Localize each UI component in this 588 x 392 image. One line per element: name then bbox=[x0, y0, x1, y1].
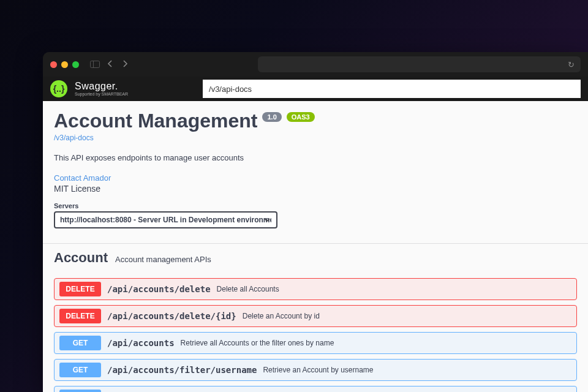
operation-summary: Retrieve all Accounts or the filter ones… bbox=[181, 339, 334, 347]
operation-summary: Delete an Account by id bbox=[243, 312, 320, 320]
swagger-brand: Swagger. Supported by SMARTBEAR bbox=[75, 81, 128, 96]
operation-row[interactable]: GET/api/accounts/filter/usernameRetrieve… bbox=[54, 359, 577, 381]
info-section: Account Management 1.0 OAS3 /v3/api-docs… bbox=[43, 101, 588, 235]
operation-path: /api/accounts/delete bbox=[107, 284, 211, 294]
swagger-body: Account Management 1.0 OAS3 /v3/api-docs… bbox=[43, 101, 588, 392]
sidebar-toggle-icon[interactable] bbox=[90, 61, 100, 68]
server-select[interactable]: http://localhost:8080 - Server URL in De… bbox=[54, 211, 277, 228]
method-badge: GET bbox=[59, 363, 101, 377]
tag-name: Account bbox=[54, 250, 108, 266]
contact-link[interactable]: Contact Amador bbox=[54, 173, 577, 183]
api-title: Account Management bbox=[54, 110, 257, 132]
tag-description: Account management APIs bbox=[115, 255, 211, 264]
api-title-row: Account Management 1.0 OAS3 bbox=[54, 110, 577, 132]
operation-path: /api/accounts/delete/{id} bbox=[107, 311, 236, 321]
operation-row[interactable]: DELETE/api/accounts/deleteDelete all Acc… bbox=[54, 278, 577, 300]
maximize-window-button[interactable] bbox=[72, 61, 79, 68]
operation-row[interactable]: DELETE/api/accounts/delete/{id}Delete an… bbox=[54, 305, 577, 327]
oas-badge: OAS3 bbox=[287, 112, 315, 122]
refresh-icon[interactable]: ↻ bbox=[568, 60, 575, 69]
swagger-logo-icon: {..} bbox=[50, 80, 67, 97]
browser-titlebar: ↻ bbox=[43, 52, 588, 77]
operations-list: DELETE/api/accounts/deleteDelete all Acc… bbox=[43, 278, 588, 392]
method-badge: DELETE bbox=[59, 282, 101, 296]
api-url-input[interactable] bbox=[203, 80, 581, 98]
operation-summary: Delete all Accounts bbox=[217, 285, 279, 293]
method-badge: GET bbox=[59, 336, 101, 350]
swagger-brand-sub: Supported by SMARTBEAR bbox=[75, 92, 128, 96]
minimize-window-button[interactable] bbox=[61, 61, 68, 68]
browser-window: ↻ {..} Swagger. Supported by SMARTBEAR A… bbox=[43, 52, 588, 392]
back-button[interactable] bbox=[105, 58, 115, 70]
servers-label: Servers bbox=[54, 202, 577, 209]
tag-section[interactable]: Account Account management APIs bbox=[43, 243, 588, 274]
api-docs-link[interactable]: /v3/api-docs bbox=[54, 134, 577, 142]
method-badge: DELETE bbox=[59, 309, 101, 323]
operation-path: /api/accounts bbox=[107, 338, 175, 348]
operation-path: /api/accounts/filter/username bbox=[107, 365, 257, 375]
operation-summary: Retrieve an Account by username bbox=[263, 366, 373, 374]
method-badge: GET bbox=[59, 390, 101, 392]
api-description: This API exposes endpoints to manage use… bbox=[54, 153, 577, 162]
license-text: MIT License bbox=[54, 184, 577, 194]
close-window-button[interactable] bbox=[50, 61, 57, 68]
swagger-header: {..} Swagger. Supported by SMARTBEAR bbox=[43, 77, 588, 101]
forward-button[interactable] bbox=[120, 58, 130, 70]
url-bar[interactable]: ↻ bbox=[258, 56, 581, 72]
traffic-lights bbox=[50, 61, 79, 68]
operation-row[interactable]: GET/api/accountsRetrieve all Accounts or… bbox=[54, 332, 577, 354]
operation-row[interactable]: GET/api/accounts/filter/idRetrieve an Ac… bbox=[54, 386, 577, 392]
swagger-brand-title: Swagger. bbox=[75, 81, 128, 91]
svg-rect-0 bbox=[91, 61, 100, 68]
version-badge: 1.0 bbox=[262, 112, 281, 122]
